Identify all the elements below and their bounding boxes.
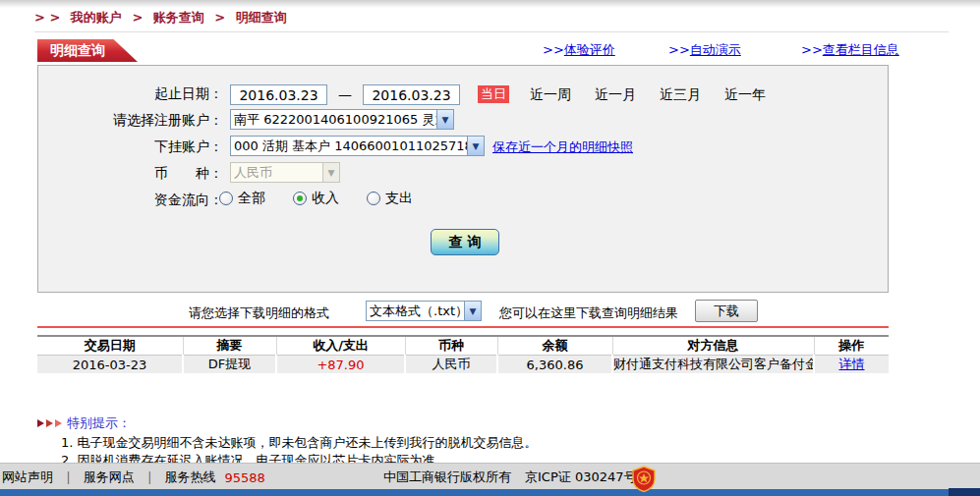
table-row: 2016-03-23 DF提现 +87.90 人民币 6,360.86 财付通支… [37, 356, 889, 374]
col-header-counterparty: 对方信息 [612, 336, 814, 356]
detail-link[interactable]: 详情 [839, 357, 865, 371]
hotline-number: 95588 [224, 470, 264, 485]
link-arrows: >> [543, 42, 564, 57]
range-last-year[interactable]: 近一年 [724, 86, 766, 104]
register-account-select[interactable]: 南平 6222001406100921065 灵通卡 ▼ [230, 109, 454, 130]
radio-icon [367, 192, 380, 205]
table-header-row: 交易日期 摘要 收入/支出 币种 余额 对方信息 操作 [37, 336, 889, 356]
transaction-table: 交易日期 摘要 收入/支出 币种 余额 对方信息 操作 2016-03-23 D… [37, 335, 889, 373]
radio-icon [219, 192, 233, 205]
breadcrumb-item-account-query[interactable]: 账务查询 [153, 10, 204, 25]
auto-demo-link[interactable]: >>自动演示 [668, 41, 741, 59]
hotline-label: 服务热线 [164, 468, 215, 486]
range-last-month[interactable]: 近一月 [595, 86, 636, 104]
sub-account-select[interactable]: 000 活期 基本户 1406600101102571848 ▼ [230, 136, 485, 156]
footer: 网站声明 ｜ 服务网点 ｜ 服务热线 95588 中国工商银行版权所有 京ICP… [0, 463, 980, 489]
breadcrumb-prefix: > > [34, 10, 60, 25]
range-last-quarter[interactable]: 近三月 [660, 86, 701, 104]
panel-title-tab: 明细查询 [37, 39, 138, 62]
query-button[interactable]: 查 询 [431, 229, 499, 255]
chevron-down-icon: ▼ [467, 137, 484, 155]
bottom-bar-dark-segment [949, 488, 980, 496]
radio-option-income[interactable]: 收入 [293, 190, 339, 207]
chevron-down-icon: ▼ [436, 110, 453, 129]
experience-rating-link[interactable]: >>体验评价 [543, 41, 615, 59]
breadcrumb-separator: > [132, 10, 143, 25]
range-last-week[interactable]: 近一周 [530, 86, 571, 104]
download-format-select[interactable]: 文本格式（.txt） ▼ [366, 301, 482, 321]
breadcrumb-item-detail-query: 明细查询 [236, 10, 287, 25]
cell-summary: DF提现 [183, 356, 276, 374]
radio-option-all[interactable]: 全部 [219, 190, 265, 207]
bottom-blue-bar [0, 488, 980, 496]
cell-amount: +87.90 [276, 356, 405, 374]
register-account-label: 请选择注册账户： [38, 110, 223, 131]
fund-flow-label: 资金流向： [38, 190, 223, 210]
security-badge-icon[interactable] [631, 466, 657, 492]
notice-item-1: 1. 电子现金交易明细不含未达账项，即未包含商户还未上传到我行的脱机交易信息。 [61, 434, 538, 452]
date-to-input[interactable] [363, 84, 460, 105]
today-button[interactable]: 当日 [478, 85, 509, 103]
download-format-label: 请您选择下载明细的格式 [189, 304, 329, 322]
cell-currency: 人民币 [405, 356, 497, 374]
chevron-down-icon: ▼ [322, 163, 339, 182]
footer-links: 网站声明 ｜ 服务网点 ｜ 服务热线 95588 [2, 468, 265, 486]
chevron-down-icon: ▼ [464, 302, 481, 320]
cell-balance: 6,360.86 [497, 356, 612, 374]
col-header-summary: 摘要 [183, 336, 276, 356]
footer-copyright: 中国工商银行版权所有 京ICP证 030247号 [383, 468, 637, 486]
view-column-info-link[interactable]: >>查看栏目信息 [801, 41, 899, 59]
currency-select-disabled: 人民币 ▼ [230, 162, 340, 183]
cell-date: 2016-03-23 [37, 356, 183, 374]
top-gradient-strip [0, 0, 980, 8]
breadcrumb-separator: > [214, 10, 225, 25]
service-outlets-link[interactable]: 服务网点 [84, 468, 135, 486]
save-snapshot-link[interactable]: 保存近一个月的明细快照 [492, 138, 633, 156]
date-separator: — [334, 86, 356, 102]
copyright-text: 中国工商银行版权所有 [383, 468, 511, 486]
radio-icon [293, 192, 307, 205]
col-header-balance: 余额 [497, 336, 612, 356]
col-header-amount: 收入/支出 [276, 336, 405, 356]
notice-title: 特别提示： [67, 414, 131, 432]
red-divider [37, 326, 889, 328]
download-hint-text: 您可以在这里下载查询明细结果 [499, 304, 678, 322]
divider [34, 31, 949, 32]
breadcrumb-item-my-account[interactable]: 我的账户 [71, 10, 122, 25]
col-header-action: 操作 [814, 336, 889, 356]
breadcrumb: > > 我的账户 > 账务查询 > 明细查询 [34, 9, 293, 27]
radio-option-expense[interactable]: 支出 [367, 190, 413, 207]
quick-range-group: 近一周 近一月 近三月 近一年 [530, 86, 766, 104]
date-from-input[interactable] [230, 84, 327, 105]
link-arrows: >> [801, 42, 823, 57]
download-button[interactable]: 下载 [695, 300, 758, 322]
triple-arrow-icon [37, 419, 62, 427]
fund-flow-radio-group: 全部 收入 支出 [219, 190, 413, 207]
icp-number: 京ICP证 030247号 [525, 468, 637, 486]
currency-label: 币 种： [38, 163, 223, 184]
link-arrows: >> [668, 42, 690, 57]
site-statement-link[interactable]: 网站声明 [2, 468, 53, 486]
sub-account-label: 下挂账户： [38, 137, 223, 157]
query-form-panel: 起止日期： — 当日 近一周 近一月 近三月 近一年 请选择注册账户： 南平 6… [37, 65, 889, 293]
date-range-label: 起止日期： [38, 83, 223, 104]
cell-counterparty: 财付通支付科技有限公司客户备付金 [612, 356, 814, 374]
col-header-currency: 币种 [405, 336, 497, 356]
col-header-date: 交易日期 [37, 336, 183, 356]
